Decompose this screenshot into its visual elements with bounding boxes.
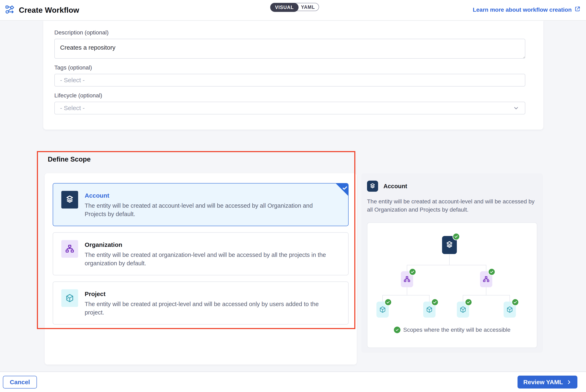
check-badge-icon <box>465 298 472 306</box>
legend-text: Scopes where the entity will be accessib… <box>403 326 510 333</box>
workflow-form-card: Description (optional) Creates a reposit… <box>43 21 543 130</box>
option-description: The entity will be created at organizati… <box>85 251 327 268</box>
check-badge-icon <box>452 233 460 240</box>
tree-node-project <box>504 302 516 318</box>
lifecycle-select[interactable] <box>54 102 525 114</box>
account-layers-icon <box>367 180 378 192</box>
tags-input[interactable] <box>54 74 525 86</box>
mode-toggle: VISUAL YAML <box>270 3 319 11</box>
preview-title: Account <box>384 183 407 190</box>
tags-label: Tags (optional) <box>54 64 525 71</box>
tree-node-organization <box>401 271 413 287</box>
check-badge-icon <box>394 326 400 333</box>
check-badge-icon <box>488 268 495 276</box>
check-badge-icon <box>512 298 519 306</box>
project-cube-icon <box>61 289 78 307</box>
cancel-button[interactable]: Cancel <box>3 376 37 388</box>
footer-bar: Cancel Review YAML <box>0 372 586 392</box>
workflow-icon <box>5 5 15 16</box>
description-label: Description (optional) <box>54 29 525 36</box>
tab-yaml[interactable]: YAML <box>297 3 319 11</box>
lifecycle-label: Lifecycle (optional) <box>54 92 525 99</box>
option-description: The entity will be created at account-le… <box>85 202 327 218</box>
organization-chart-icon <box>61 240 78 258</box>
chevron-right-icon <box>566 380 572 385</box>
option-description: The entity will be created at project-le… <box>85 300 327 317</box>
tree-node-account <box>442 236 457 254</box>
scope-options-panel: Account The entity will be created at ac… <box>45 173 357 364</box>
define-scope-heading: Define Scope <box>48 156 91 163</box>
scope-option-project[interactable]: Project The entity will be created at pr… <box>53 282 348 324</box>
page-title: Create Workflow <box>19 6 79 14</box>
scope-preview-panel: Account The entity will be created at ac… <box>361 173 543 353</box>
learn-more-link[interactable]: Learn more about workflow creation <box>473 6 581 14</box>
selected-check-icon <box>336 183 348 196</box>
tree-node-organization <box>480 271 492 287</box>
tab-visual[interactable]: VISUAL <box>270 3 298 12</box>
description-input[interactable]: Creates a repository <box>54 39 525 59</box>
tree-node-project <box>376 302 389 318</box>
review-yaml-button[interactable]: Review YAML <box>518 376 578 388</box>
tree-node-project <box>423 302 436 318</box>
preview-description: The entity will be created at account-le… <box>367 198 537 214</box>
check-badge-icon <box>409 268 416 276</box>
check-badge-icon <box>384 298 392 306</box>
check-badge-icon <box>431 298 438 306</box>
option-title: Organization <box>85 241 327 248</box>
header: Create Workflow VISUAL YAML Learn more a… <box>0 0 586 21</box>
option-title: Account <box>85 192 327 199</box>
account-layers-icon <box>61 191 78 208</box>
external-link-icon <box>574 6 581 14</box>
tree-node-project <box>457 302 469 318</box>
option-title: Project <box>85 290 327 298</box>
scope-option-organization[interactable]: Organization The entity will be created … <box>53 232 348 275</box>
scope-tree-diagram: Scopes where the entity will be accessib… <box>367 222 537 348</box>
scope-option-account[interactable]: Account The entity will be created at ac… <box>53 183 348 226</box>
